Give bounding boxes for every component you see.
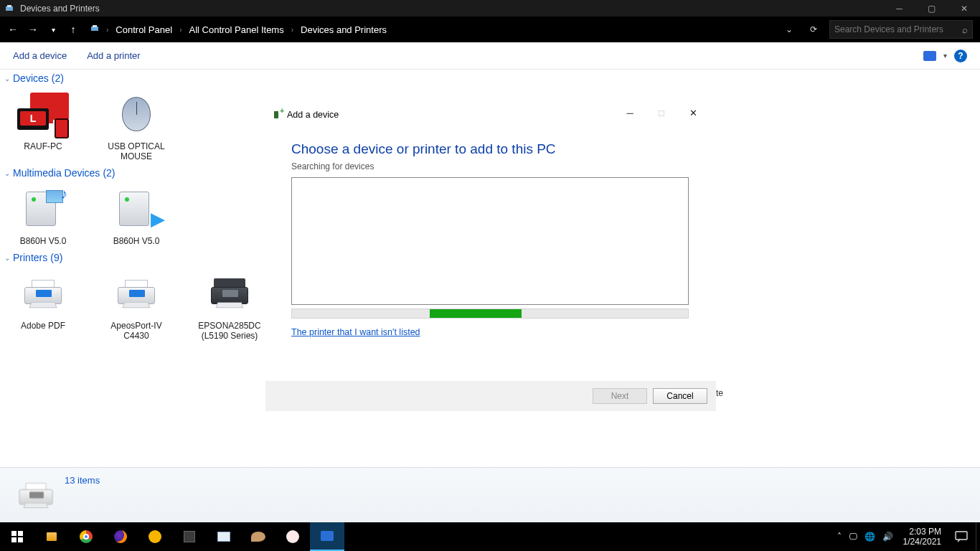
clock-time: 2:03 PM bbox=[903, 527, 941, 537]
device-item-mouse[interactable]: USB OPTICAL MOUSE bbox=[100, 90, 172, 161]
recent-locations-button[interactable]: ▾ bbox=[43, 19, 63, 39]
search-input[interactable] bbox=[834, 24, 962, 34]
tray-volume-icon[interactable]: 🔊 bbox=[882, 532, 893, 542]
taskbar-clock[interactable]: 2:03 PM 1/24/2021 bbox=[897, 527, 947, 547]
refresh-button[interactable]: ⟳ bbox=[805, 24, 822, 34]
dialog-close-button[interactable]: ✕ bbox=[677, 102, 709, 123]
svg-rect-3 bbox=[93, 25, 97, 27]
section-count: (2) bbox=[103, 167, 115, 179]
show-desktop-button[interactable] bbox=[976, 522, 980, 551]
breadcrumb-devices-printers[interactable]: Devices and Printers bbox=[298, 24, 390, 35]
status-thumbnail-icon bbox=[14, 479, 55, 512]
devices-printers-icon bbox=[90, 24, 100, 35]
add-device-icon bbox=[273, 110, 283, 120]
window-maximize-button[interactable]: ▢ bbox=[915, 0, 948, 17]
status-item-count: 13 items bbox=[65, 475, 100, 486]
svg-rect-1 bbox=[7, 5, 11, 7]
media-device-icon: ♪ bbox=[14, 184, 72, 233]
taskbar-paint[interactable] bbox=[241, 522, 275, 551]
chevron-right-icon: › bbox=[106, 26, 108, 34]
dialog-minimize-button[interactable]: ─ bbox=[614, 102, 646, 123]
mouse-icon bbox=[108, 90, 165, 138]
printer-item[interactable]: ApeosPort-IV C4430 bbox=[100, 269, 172, 341]
chevron-down-icon[interactable]: ▾ bbox=[943, 52, 947, 60]
chevron-down-icon: ⌄ bbox=[4, 75, 10, 83]
taskbar-file-explorer[interactable] bbox=[34, 522, 69, 551]
section-title: Printers bbox=[13, 252, 47, 263]
multifunction-printer-icon bbox=[201, 269, 258, 318]
device-label: RAUF-PC bbox=[7, 141, 79, 151]
up-button[interactable]: ↑ bbox=[63, 19, 83, 39]
printer-item[interactable]: EPSONA285DC (L5190 Series) bbox=[194, 269, 265, 341]
section-count: (2) bbox=[52, 72, 64, 84]
printer-icon bbox=[14, 269, 72, 318]
start-button[interactable] bbox=[0, 522, 34, 551]
taskbar-sublime[interactable] bbox=[172, 522, 207, 551]
chevron-right-icon: › bbox=[179, 26, 182, 34]
dialog-footer: Next Cancel bbox=[265, 381, 716, 411]
taskbar-firefox[interactable] bbox=[103, 522, 138, 551]
device-item-multimedia[interactable]: ♪ B860H V5.0 bbox=[7, 184, 79, 246]
device-label: USB OPTICAL MOUSE bbox=[100, 141, 172, 161]
navigation-bar: ← → ▾ ↑ › Control Panel › All Control Pa… bbox=[0, 17, 980, 42]
taskbar-chrome[interactable] bbox=[69, 522, 103, 551]
printer-not-listed-link[interactable]: The printer that I want isn't listed bbox=[291, 327, 420, 337]
search-icon[interactable]: ⌕ bbox=[962, 24, 968, 35]
printer-label: ApeosPort-IV C4430 bbox=[100, 321, 172, 341]
printer-label: Adobe PDF bbox=[7, 321, 79, 331]
forward-button[interactable]: → bbox=[23, 19, 43, 39]
computer-icon: L bbox=[14, 90, 72, 138]
dialog-maximize-button[interactable]: □ bbox=[646, 102, 677, 123]
taskbar-app-pink[interactable] bbox=[275, 522, 310, 551]
tray-power-icon[interactable]: 🖵 bbox=[849, 532, 857, 542]
system-tray[interactable]: ˄ 🖵 🌐 🔊 bbox=[833, 532, 897, 542]
breadcrumb-all-items[interactable]: All Control Panel Items bbox=[186, 24, 286, 35]
cancel-button[interactable]: Cancel bbox=[653, 388, 707, 404]
device-results-listbox[interactable] bbox=[291, 177, 689, 305]
dialog-heading: Choose a device or printer to add to thi… bbox=[291, 141, 690, 157]
add-device-dialog: Add a device ─ □ ✕ Choose a device or pr… bbox=[265, 101, 716, 411]
command-bar: Add a device Add a printer ▾ ? bbox=[0, 42, 980, 70]
device-label: B860H V5.0 bbox=[100, 236, 172, 246]
section-count: (9) bbox=[50, 252, 62, 263]
printer-item[interactable]: Adobe PDF bbox=[7, 269, 79, 341]
action-center-button[interactable] bbox=[947, 522, 976, 551]
next-button: Next bbox=[593, 388, 647, 404]
add-printer-command[interactable]: Add a printer bbox=[87, 50, 140, 61]
window-title: Devices and Printers bbox=[20, 4, 100, 14]
tray-overflow-icon[interactable]: ˄ bbox=[837, 532, 842, 542]
taskbar-image-editor[interactable] bbox=[207, 522, 241, 551]
dialog-title: Add a device bbox=[287, 110, 339, 120]
window-titlebar: Devices and Printers ─ ▢ ✕ bbox=[0, 0, 980, 17]
back-button[interactable]: ← bbox=[3, 19, 23, 39]
dialog-titlebar: Add a device ─ □ ✕ bbox=[265, 101, 716, 128]
window-minimize-button[interactable]: ─ bbox=[883, 0, 915, 17]
svg-rect-4 bbox=[11, 531, 17, 536]
help-button[interactable]: ? bbox=[954, 50, 967, 62]
status-bar: 13 items bbox=[0, 467, 980, 522]
section-title: Multimedia Devices bbox=[13, 167, 100, 179]
device-item-pc[interactable]: L RAUF-PC bbox=[7, 90, 79, 161]
taskbar-control-panel[interactable] bbox=[310, 522, 344, 551]
device-item-multimedia[interactable]: ▶ B860H V5.0 bbox=[100, 184, 172, 246]
svg-rect-8 bbox=[956, 532, 967, 540]
view-options-button[interactable] bbox=[923, 51, 936, 61]
add-device-command[interactable]: Add a device bbox=[13, 50, 67, 61]
section-header-devices[interactable]: ⌄ Devices (2) bbox=[0, 70, 980, 85]
window-close-button[interactable]: ✕ bbox=[948, 0, 980, 17]
chevron-down-icon: ⌄ bbox=[4, 169, 10, 177]
taskbar-app-yellow[interactable] bbox=[138, 522, 172, 551]
breadcrumb-control-panel[interactable]: Control Panel bbox=[113, 24, 175, 35]
svg-rect-5 bbox=[18, 531, 23, 536]
search-box[interactable]: ⌕ bbox=[829, 20, 973, 39]
media-device-icon: ▶ bbox=[108, 184, 165, 233]
chevron-down-icon: ⌄ bbox=[4, 254, 10, 262]
search-progress-bar bbox=[291, 309, 689, 319]
obscured-text: te bbox=[716, 388, 723, 398]
printer-label: EPSONA285DC (L5190 Series) bbox=[194, 321, 265, 341]
chevron-right-icon: › bbox=[291, 26, 293, 34]
address-dropdown-button[interactable]: ⌄ bbox=[781, 24, 798, 34]
dialog-subheading: Searching for devices bbox=[291, 161, 690, 171]
svg-rect-7 bbox=[18, 537, 23, 542]
tray-network-icon[interactable]: 🌐 bbox=[864, 532, 875, 542]
